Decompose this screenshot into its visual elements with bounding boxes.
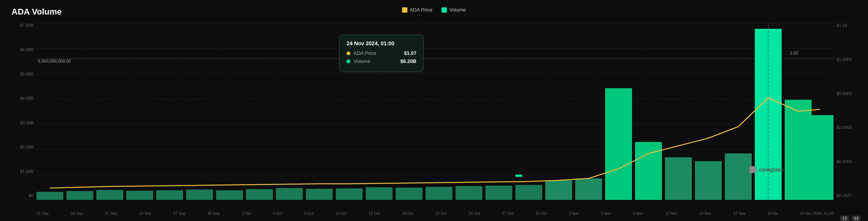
x-label-30oct: 30 Oct [535,211,546,216]
pause-bar-right [845,217,847,220]
svg-rect-10 [336,188,363,200]
x-label-27sep: 27 Sep [173,211,186,216]
x-label-18sep: 18 Sep [71,211,83,216]
svg-rect-22 [695,161,722,200]
chart-area: 5,600,000,000.00 [36,23,833,200]
y-axis-left: $7.00B $6.00B $5.00B $4.00B $3.00B $2.00… [0,23,36,198]
volume-icon [442,7,447,13]
y-left-label-6: $6.00B [20,47,33,52]
y-axis-right: $1.20 $1.0000 $0.8000 $0.6000 $0.4000 $0… [833,23,868,198]
tooltip-ada-label: ADA Price [353,50,376,56]
svg-rect-14 [455,186,482,200]
svg-rect-13 [426,187,452,200]
coinglass-watermark: coinglass [749,166,784,173]
svg-rect-7 [246,189,273,200]
svg-rect-17 [545,180,572,200]
svg-rect-21 [665,157,692,200]
pause-bar2-left [855,217,856,220]
legend-vol-label: Volume [449,7,466,13]
x-label-30sep: 30 Sep [208,211,220,216]
x-axis: 15 Sep 18 Sep 21 Sep 24 Sep 27 Sep 30 Se… [36,211,833,216]
tooltip-vol-label: Volume [353,58,370,64]
price-reference-label: 1.02 [790,51,798,55]
svg-rect-19 [605,88,632,200]
svg-rect-2 [96,190,123,200]
svg-rect-0 [36,192,63,200]
svg-rect-12 [396,188,422,200]
x-label-27oct: 27 Oct [502,211,513,216]
legend-volume: Volume [442,7,466,13]
pause-bar-left [843,217,844,220]
y-left-label-7: $7.00B [20,23,33,28]
svg-rect-5 [186,190,213,200]
x-label-15sep: 15 Sep [36,211,49,216]
x-label-21sep: 21 Sep [105,211,117,216]
coinglass-logo-icon [749,166,756,173]
svg-rect-1 [66,191,93,200]
svg-rect-15 [485,186,512,200]
tooltip-vol-value: $6.20B [400,58,416,64]
x-label-12oct: 12 Oct [335,211,347,216]
svg-rect-28 [515,175,522,177]
svg-rect-26 [807,115,833,200]
x-label-24oct: 24 Oct [469,211,480,216]
svg-rect-16 [515,185,542,200]
svg-rect-4 [156,190,183,200]
x-label-14nov: 14 Nov [699,211,711,216]
svg-rect-18 [575,178,602,200]
chart-title: ADA Volume [12,7,62,17]
x-label-15oct: 15 Oct [369,211,380,216]
x-label-20nov: 20 No [767,211,778,216]
y-right-label-1: $1.20 [837,23,847,28]
tooltip-ada-value: $1.07 [404,50,417,56]
y-left-label-3: $3.00B [20,120,33,125]
pause-button-1[interactable] [840,216,849,221]
y-left-label-1: $1.00B [20,169,33,174]
y-right-label-5: $0.4000 [837,159,852,164]
y-left-label-0: $0 [29,193,33,198]
y-right-label-6: $0.2927 [837,193,852,198]
ada-price-icon [402,7,408,13]
tooltip-date: 24 Nov 2024, 01:00 [347,40,416,46]
legend-ada-label: ADA Price [410,7,432,13]
tooltip-ada-dot [347,51,350,55]
svg-rect-9 [306,189,333,200]
tooltip-row-vol: Volume $6.20B [347,58,416,64]
svg-rect-8 [276,188,303,200]
svg-rect-6 [216,190,243,200]
tooltip-ada-left: ADA Price [347,50,376,56]
x-label-17nov: 17 Nov [733,211,746,216]
bars-chart-svg [36,23,833,200]
bottom-bar [0,216,868,221]
svg-rect-23 [725,153,752,200]
x-label-24sep: 24 Sep [139,211,151,216]
x-label-21oct: 21 Oct [436,211,447,216]
pause-bar2-right [857,217,858,220]
coinglass-text: coinglass [759,167,784,173]
y-left-label-2: $2.00B [20,145,33,149]
x-label-3oct: 3 Oct [242,211,251,216]
y-right-label-4: $0.6000 [837,125,852,130]
x-label-5nov: 5 Nov [601,211,611,216]
tooltip-vol-dot [347,59,350,63]
tooltip-row-ada: ADA Price $1.07 [347,50,416,56]
x-label-8nov: 8 Nov [633,211,643,216]
x-label-18oct: 18 Oct [402,211,413,216]
y-right-label-3: $0.8000 [837,91,852,96]
svg-rect-11 [366,187,393,200]
y-left-label-5: $5.00B [20,72,33,76]
chart-legend: ADA Price Volume [402,7,466,13]
x-label-11nov: 11 Nov [665,211,677,216]
tooltip: 24 Nov 2024, 01:00 ADA Price $1.07 Volum… [339,35,424,72]
pause-button-2[interactable] [852,216,860,221]
tooltip-vol-left: Volume [347,58,370,64]
x-label-6oct: 6 Oct [273,211,282,216]
chart-container: ADA Volume ADA Price Volume $7.00B $6.00… [0,0,868,221]
x-label-9oct: 9 Oct [304,211,314,216]
svg-rect-3 [126,191,153,200]
x-label-2nov: 2 Nov [569,211,579,216]
y-right-label-2: $1.0000 [837,57,852,62]
x-label-24nov: 24 Nov 2024, 01:00 [800,211,833,216]
legend-ada: ADA Price [402,7,432,13]
y-left-label-4: $4.00B [20,96,33,101]
